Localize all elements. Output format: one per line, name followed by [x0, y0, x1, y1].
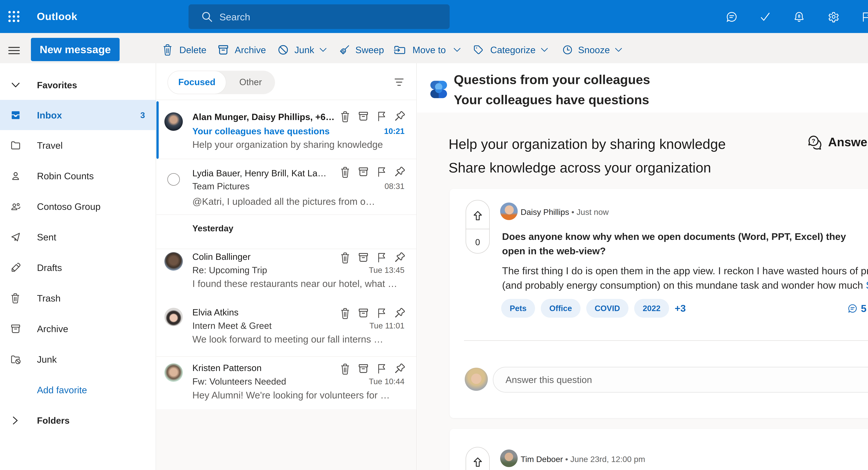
svg-text:?: ? — [812, 138, 815, 144]
svg-text:8: 8 — [798, 14, 800, 19]
